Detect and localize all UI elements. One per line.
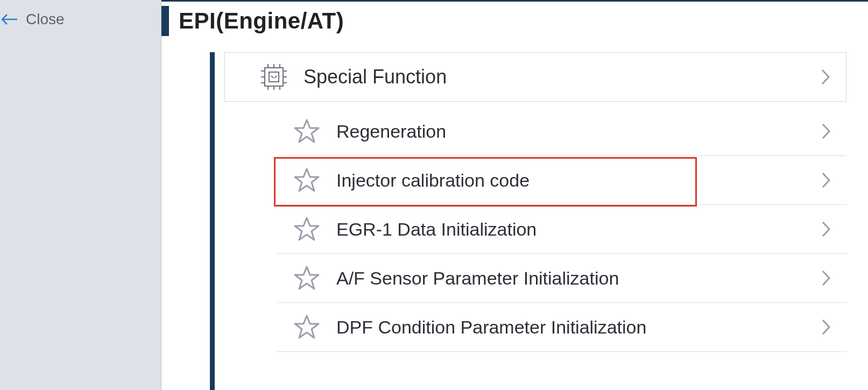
sub-function-list: Regeneration Injector calibration code	[224, 107, 846, 352]
page-header: EPI(Engine/AT)	[161, 2, 846, 52]
star-icon[interactable]	[277, 166, 336, 195]
main-content: EPI(Engine/AT)	[161, 0, 868, 390]
chevron-right-icon	[820, 68, 831, 86]
list-item-dpf-condition-parameter-initialization[interactable]: DPF Condition Parameter Initialization	[277, 303, 846, 352]
svg-marker-17	[295, 218, 319, 240]
svg-marker-19	[295, 316, 319, 338]
list-header-label: Special Function	[304, 66, 820, 88]
list-item-injector-calibration-code[interactable]: Injector calibration code	[277, 156, 846, 205]
list-item-egr1-data-initialization[interactable]: EGR-1 Data Initialization	[277, 205, 846, 254]
function-list: Special Function Regeneration	[215, 52, 846, 390]
star-icon[interactable]	[277, 117, 336, 146]
star-icon[interactable]	[277, 215, 336, 244]
svg-marker-15	[295, 120, 319, 142]
chevron-right-icon	[821, 220, 831, 238]
list-item-label: EGR-1 Data Initialization	[336, 219, 821, 240]
close-label: Close	[26, 11, 65, 28]
page-title: EPI(Engine/AT)	[179, 8, 344, 34]
list-item-af-sensor-parameter-initialization[interactable]: A/F Sensor Parameter Initialization	[277, 254, 846, 303]
close-button[interactable]: Close	[0, 0, 161, 39]
chevron-right-icon	[821, 269, 831, 287]
list-item-label: Injector calibration code	[336, 170, 821, 191]
list-item-label: Regeneration	[336, 121, 821, 142]
star-icon[interactable]	[277, 264, 336, 293]
content-wrap: Special Function Regeneration	[210, 52, 846, 390]
svg-marker-16	[295, 169, 319, 191]
chevron-right-icon	[821, 171, 831, 189]
content-accent	[210, 52, 215, 390]
header-accent	[161, 6, 169, 36]
chevron-right-icon	[821, 318, 831, 336]
arrow-left-icon	[0, 13, 18, 25]
svg-marker-18	[295, 267, 319, 289]
list-item-regeneration[interactable]: Regeneration	[277, 107, 846, 156]
svg-rect-1	[265, 68, 283, 86]
sidebar: Close	[0, 0, 161, 390]
svg-rect-2	[269, 72, 279, 82]
chevron-right-icon	[821, 122, 831, 140]
list-item-label: DPF Condition Parameter Initialization	[336, 317, 821, 338]
star-icon[interactable]	[277, 313, 336, 342]
list-item-label: A/F Sensor Parameter Initialization	[336, 268, 821, 289]
list-header-special-function[interactable]: Special Function	[224, 52, 846, 102]
chip-icon	[244, 61, 304, 93]
